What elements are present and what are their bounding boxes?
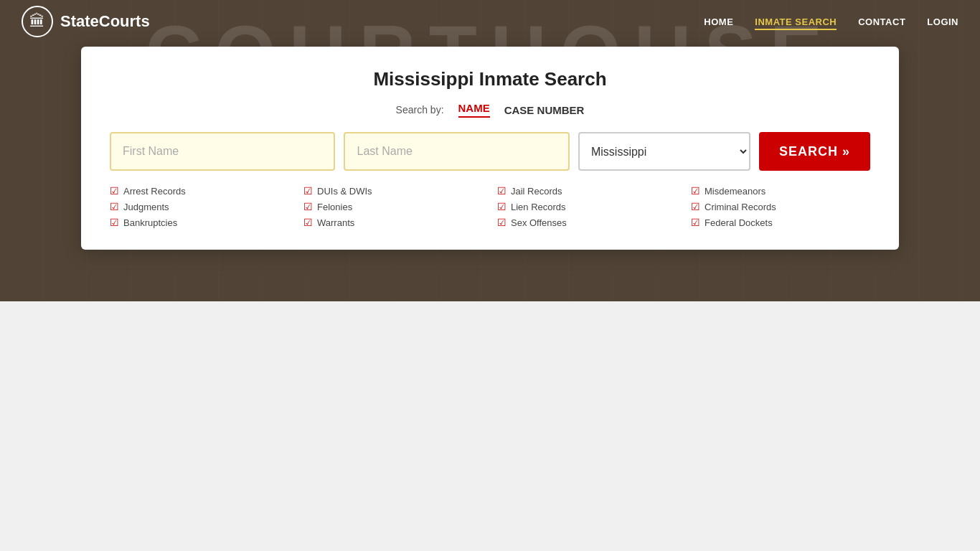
last-name-input[interactable] <box>344 132 569 171</box>
feature-sex-offenses: ☑ Sex Offenses <box>497 217 677 228</box>
check-icon: ☑ <box>497 217 507 228</box>
check-icon: ☑ <box>497 185 507 197</box>
check-icon: ☑ <box>497 201 507 212</box>
check-icon: ☑ <box>691 185 700 197</box>
tab-case-number[interactable]: CASE NUMBER <box>504 104 585 116</box>
feature-bankruptcies: ☑ Bankruptcies <box>110 217 289 228</box>
feature-criminal-records: ☑ Criminal Records <box>691 201 870 212</box>
check-icon: ☑ <box>110 217 119 228</box>
navbar: 🏛 StateCourts HOME INMATE SEARCH CONTACT… <box>0 0 980 43</box>
logo-area: 🏛 StateCourts <box>22 6 150 37</box>
feature-label: Warrants <box>317 217 354 228</box>
feature-label: Sex Offenses <box>511 217 567 228</box>
feature-jail-records: ☑ Jail Records <box>497 185 677 197</box>
first-name-input[interactable] <box>110 132 335 171</box>
check-icon: ☑ <box>691 201 700 212</box>
state-select[interactable]: Mississippi Alabama Arkansas Louisiana T… <box>578 132 750 171</box>
search-modal: Mississippi Inmate Search Search by: NAM… <box>81 47 899 250</box>
feature-label: Misdemeanors <box>705 186 765 197</box>
feature-duis-dwis: ☑ DUIs & DWIs <box>303 185 483 197</box>
feature-lien-records: ☑ Lien Records <box>497 201 677 212</box>
feature-judgments: ☑ Judgments <box>110 201 289 212</box>
check-icon: ☑ <box>303 185 313 197</box>
feature-warrants: ☑ Warrants <box>303 217 483 228</box>
feature-label: Judgments <box>123 202 169 212</box>
logo-icon: 🏛 <box>22 6 53 37</box>
site-name: StateCourts <box>60 12 150 31</box>
search-by-label: Search by: <box>396 104 444 116</box>
feature-label: Jail Records <box>511 186 562 197</box>
check-icon: ☑ <box>110 185 119 197</box>
check-icon: ☑ <box>303 217 313 228</box>
search-inputs: Mississippi Alabama Arkansas Louisiana T… <box>110 132 870 171</box>
feature-label: Arrest Records <box>123 186 186 197</box>
hero-section: COURTHOUSE 🏛 StateCourts HOME INMATE SEA… <box>0 0 980 301</box>
modal-title: Mississippi Inmate Search <box>110 68 870 90</box>
features-grid: ☑ Arrest Records ☑ DUIs & DWIs ☑ Jail Re… <box>110 185 870 228</box>
nav-login[interactable]: LOGIN <box>927 17 958 27</box>
check-icon: ☑ <box>691 217 700 228</box>
feature-felonies: ☑ Felonies <box>303 201 483 212</box>
feature-label: Lien Records <box>511 202 566 212</box>
feature-label: Federal Dockets <box>705 217 773 228</box>
check-icon: ☑ <box>303 201 313 212</box>
nav-home[interactable]: HOME <box>704 17 733 27</box>
search-by-row: Search by: NAME CASE NUMBER <box>110 102 870 118</box>
tab-name[interactable]: NAME <box>458 102 490 118</box>
nav-contact[interactable]: CONTACT <box>858 17 905 27</box>
feature-label: DUIs & DWIs <box>317 186 372 197</box>
search-button[interactable]: SEARCH » <box>759 132 870 171</box>
feature-label: Felonies <box>317 202 352 212</box>
nav-inmate-search[interactable]: INMATE SEARCH <box>755 17 837 30</box>
feature-label: Bankruptcies <box>123 217 177 228</box>
feature-arrest-records: ☑ Arrest Records <box>110 185 289 197</box>
feature-misdemeanors: ☑ Misdemeanors <box>691 185 870 197</box>
nav-links: HOME INMATE SEARCH CONTACT LOGIN <box>704 15 958 28</box>
check-icon: ☑ <box>110 201 119 212</box>
feature-label: Criminal Records <box>705 202 776 212</box>
feature-federal-dockets: ☑ Federal Dockets <box>691 217 870 228</box>
